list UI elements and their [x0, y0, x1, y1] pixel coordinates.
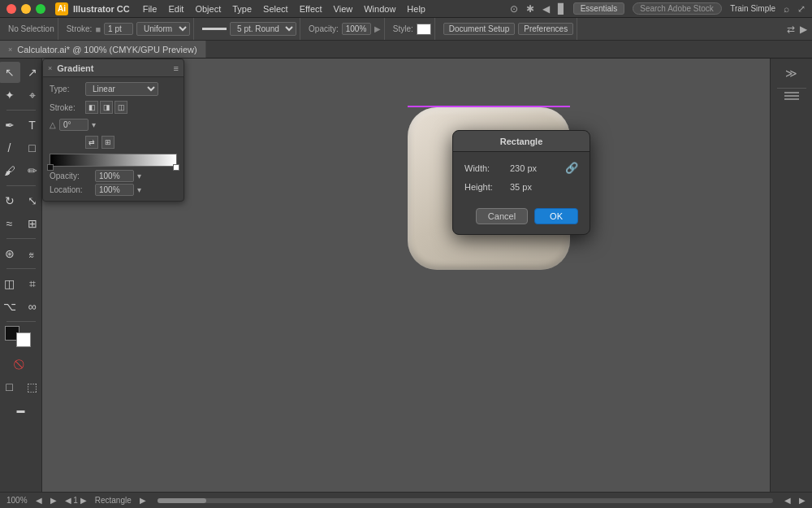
wifi-icon: ⊙ [510, 3, 518, 15]
gradient-reverse-row: ⇄ ⊞ [50, 136, 177, 149]
essentials-selector[interactable]: Essentials [573, 2, 625, 15]
line-tool[interactable]: / [0, 137, 20, 158]
location-field-input[interactable] [95, 184, 134, 196]
doc-tab[interactable]: × Calculator.ai* @ 100% (CMYK/GPU Previe… [0, 41, 206, 58]
canvas-area: Rectangle Width: 230 px 🔗 Height: 35 px … [286, 59, 770, 492]
gradient-stop-black[interactable] [47, 164, 54, 171]
hamburger-menu[interactable] [784, 92, 799, 100]
stroke-inside-icon[interactable]: ◫ [114, 101, 127, 114]
height-row: Height: 35 px [464, 182, 578, 192]
menu-select[interactable]: Select [263, 4, 288, 14]
gradient-angle-input[interactable] [59, 119, 89, 131]
lasso-tool[interactable]: ⌖ [22, 85, 43, 106]
opacity-arrow[interactable]: ▶ [374, 24, 381, 33]
scroll-right[interactable]: ▶ [799, 496, 806, 505]
none-swatch[interactable]: ⃠ [11, 354, 32, 375]
pen-tool[interactable]: ✒ [0, 115, 20, 136]
symbol-tool[interactable]: ⊛ [0, 243, 20, 264]
menu-type[interactable]: Type [232, 4, 252, 14]
reverse-icon[interactable]: ⇄ [85, 136, 98, 149]
menu-file[interactable]: File [143, 4, 158, 14]
opacity-dropdown[interactable]: ▾ [137, 172, 141, 180]
fullscreen-icon[interactable]: ⤢ [797, 3, 806, 15]
opacity-section: Opacity: ▶ [305, 18, 385, 40]
location-dropdown[interactable]: ▾ [137, 185, 141, 194]
menu-view[interactable]: View [334, 4, 353, 14]
menu-help[interactable]: Help [407, 4, 425, 14]
gradient-angle-dropdown[interactable]: ▾ [92, 120, 96, 129]
minimize-traffic-light[interactable] [21, 4, 31, 14]
gradient-panel-menu[interactable]: ≡ [174, 63, 179, 73]
shape-options[interactable]: ▶ [140, 496, 146, 505]
magic-wand-tool[interactable]: ✦ [0, 85, 20, 106]
cancel-button[interactable]: Cancel [476, 208, 528, 224]
gradient-type-select[interactable]: Linear [85, 82, 158, 96]
titlebar-right: ⊙ ✱ ◀ ▊ Essentials Search Adobe Stock Tr… [510, 2, 806, 15]
stroke-type-select[interactable]: Uniform [136, 22, 190, 36]
opacity-field-input[interactable] [95, 170, 134, 182]
stroke-fill-icon[interactable]: ◧ [85, 101, 98, 114]
draw-inside[interactable]: ⬚ [22, 376, 43, 397]
selection-tool[interactable]: ↖ [0, 62, 20, 83]
menu-edit[interactable]: Edit [168, 4, 184, 14]
doc-setup-button[interactable]: Document Setup [443, 23, 516, 35]
gradient-bar[interactable] [50, 154, 177, 167]
maximize-traffic-light[interactable] [36, 4, 45, 14]
panels-area: × Gradient ≡ Type: Linear Stroke: ◧ [42, 59, 286, 492]
scroll-left[interactable]: ◀ [784, 496, 791, 505]
blend-tools: ⌥ ∞ [0, 296, 42, 317]
eyedropper-tool[interactable]: ⌥ [0, 296, 20, 317]
change-screen-mode[interactable]: ▬ [11, 399, 32, 420]
mesh-tool[interactable]: ⌗ [22, 273, 43, 294]
opacity-input[interactable] [342, 23, 371, 35]
free-transform-tool[interactable]: ⊞ [22, 213, 43, 234]
draw-normal[interactable]: □ [0, 376, 20, 397]
freeform-icon[interactable]: ⊞ [102, 136, 114, 149]
stroke-color-swatch[interactable]: ■ [95, 24, 101, 34]
title-bar: Ai Illustrator CC File Edit Object Type … [0, 0, 812, 18]
hide-panels-icon[interactable]: ▶ [800, 24, 807, 35]
page-indicator: ◀ 1 ▶ [65, 496, 87, 505]
blend-tool[interactable]: ∞ [22, 296, 43, 317]
gradient-stroke-label: Stroke: [50, 103, 82, 112]
menu-effect[interactable]: Effect [300, 4, 322, 14]
gradient-panel-header[interactable]: × Gradient ≡ [43, 59, 184, 77]
ok-button[interactable]: OK [534, 208, 578, 224]
direct-selection-tool[interactable]: ↗ [22, 62, 43, 83]
paintbrush-tool[interactable]: 🖌 [0, 160, 20, 181]
search-bar[interactable]: Search Adobe Stock [633, 2, 722, 15]
zoom-level: 100% [6, 496, 28, 505]
preferences-button[interactable]: Preferences [518, 23, 573, 35]
selection-label: No Selection [8, 24, 54, 33]
doc-tab-close[interactable]: × [8, 46, 12, 54]
warp-tool[interactable]: ≈ [0, 213, 20, 234]
close-traffic-light[interactable] [6, 4, 16, 14]
stroke-stroke-icon[interactable]: ◨ [100, 101, 113, 114]
scrollbar[interactable] [158, 498, 773, 503]
shape-tool[interactable]: □ [22, 137, 43, 158]
rotate-tool[interactable]: ↻ [0, 190, 20, 211]
pencil-tool[interactable]: ✏ [22, 160, 43, 181]
app-icon: Ai [55, 2, 68, 15]
type-tool[interactable]: T [22, 115, 43, 136]
background-color[interactable] [16, 332, 31, 347]
menu-window[interactable]: Window [364, 4, 395, 14]
stroke-value-input[interactable] [104, 23, 133, 35]
opacity-field-label: Opacity: [50, 172, 92, 180]
search-icon[interactable]: ⌕ [784, 3, 789, 15]
height-label: Height: [464, 182, 505, 192]
gradient-panel-close[interactable]: × [48, 64, 52, 72]
menu-object[interactable]: Object [195, 4, 221, 14]
zoom-up[interactable]: ▶ [50, 496, 57, 505]
brush-select[interactable]: 5 pt. Round [230, 22, 296, 36]
column-graph-tool[interactable]: ⩬ [22, 243, 43, 264]
lock-icon[interactable]: 🔗 [565, 162, 578, 174]
style-swatch[interactable] [417, 24, 431, 35]
arrange-icon[interactable]: ⇄ [787, 24, 795, 35]
zoom-down[interactable]: ◀ [36, 496, 42, 505]
gradient-tool[interactable]: ◫ [0, 273, 20, 294]
gradient-stop-white[interactable] [173, 164, 179, 171]
scale-tool[interactable]: ⤡ [22, 190, 43, 211]
stroke-preview [202, 28, 227, 30]
toggle-panels-icon[interactable]: ≫ [780, 62, 803, 85]
